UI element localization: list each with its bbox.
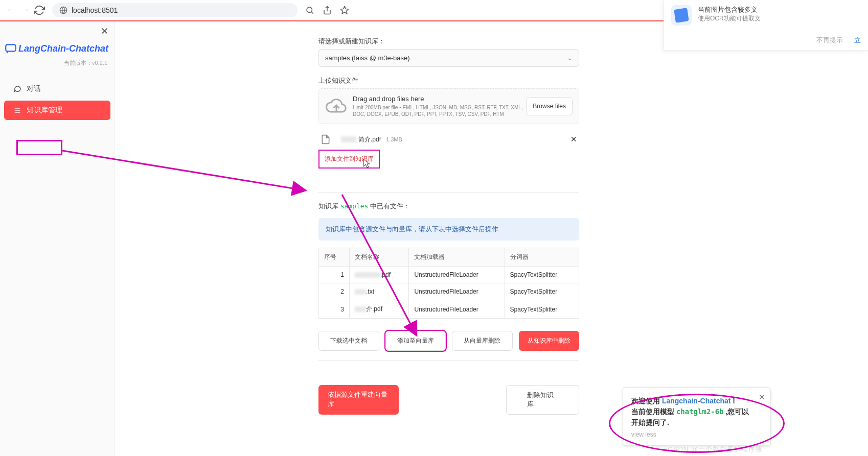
close-sidebar-button[interactable]: ✕: [101, 26, 108, 37]
select-kb-dropdown[interactable]: samples (faiss @ m3e-base) ⌄: [318, 49, 579, 67]
share-icon[interactable]: [322, 5, 332, 15]
address-bar[interactable]: localhost:8501: [52, 3, 298, 17]
download-button[interactable]: 下载选中文档: [318, 331, 379, 351]
table-row[interactable]: 2 .txt UnstructuredFileLoader SpacyTextS…: [319, 283, 579, 300]
file-dropzone[interactable]: Drag and drop files here Limit 200MB per…: [318, 88, 579, 124]
drop-title: Drag and drop files here: [353, 95, 526, 103]
rebuild-vector-button[interactable]: 依据源文件重建向量库: [318, 385, 399, 415]
uploaded-file-size: 1.3MB: [386, 136, 402, 142]
chat-logo-icon: [4, 42, 17, 55]
uploaded-file-name: 简介.pdf: [358, 135, 381, 144]
cursor-icon: [362, 158, 371, 169]
sidebar-item-chat[interactable]: 对话: [4, 79, 110, 99]
app-version: 当前版本：v0.2.1: [0, 57, 115, 77]
bottom-button-row: 依据源文件重建向量库 删除知识库: [318, 385, 579, 415]
back-button[interactable]: ←: [5, 5, 16, 16]
add-vector-button[interactable]: 添加至向量库: [385, 331, 446, 351]
divider: [318, 192, 579, 193]
uploaded-file-row: 简介.pdf 1.3MB ✕: [318, 129, 579, 150]
col-splitter: 分词器: [505, 248, 579, 267]
add-file-to-kb-button[interactable]: 添加文件到知识库: [318, 150, 380, 169]
upload-label: 上传知识文件: [318, 76, 579, 85]
sidebar: ✕ LangChain-Chatchat 当前版本：v0.2.1 对话 知识库管…: [0, 21, 115, 456]
drop-desc: Limit 200MB per file • EML, HTML, JSON, …: [353, 104, 526, 117]
col-loader: 文档加载器: [409, 248, 505, 267]
ocr-dismiss-button[interactable]: 不再提示: [816, 36, 843, 44]
remove-file-button[interactable]: ✕: [570, 135, 577, 144]
select-kb-label: 请选择或新建知识库：: [318, 37, 579, 46]
chat-icon: [13, 85, 21, 93]
app-title: LangChain-Chatchat: [18, 43, 108, 54]
browse-files-button[interactable]: Browse files: [526, 97, 573, 115]
sidebar-item-kb-label: 知识库管理: [27, 106, 62, 115]
ocr-ok-button[interactable]: 立: [854, 36, 861, 44]
star-icon[interactable]: [339, 5, 350, 15]
toast-viewless[interactable]: view less: [631, 430, 756, 439]
kb-summary: 知识库 samples 中已有文件：: [318, 202, 579, 211]
sidebar-item-chat-label: 对话: [27, 84, 41, 93]
search-icon[interactable]: [305, 5, 315, 15]
remove-from-kb-button[interactable]: 从知识库中删除: [519, 331, 580, 351]
kb-file-table[interactable]: 序号 文档名称 文档加载器 分词器 1 .pdf UnstructuredFil…: [318, 248, 579, 319]
sidebar-item-kb[interactable]: 知识库管理: [4, 101, 110, 120]
action-button-row: 下载选中文档 添加至向量库 从向量库删除 从知识库中删除: [318, 331, 579, 351]
url-text: localhost:8501: [72, 6, 290, 14]
reload-button[interactable]: [34, 5, 45, 16]
svg-point-1: [307, 7, 312, 13]
toast-close-button[interactable]: ✕: [759, 392, 765, 403]
app-logo: LangChain-Chatchat: [0, 27, 115, 57]
chevron-down-icon: ⌄: [567, 54, 573, 62]
select-kb-value: samples (faiss @ m3e-base): [325, 54, 410, 62]
globe-icon: [59, 6, 67, 14]
cloud-upload-icon: [325, 95, 348, 117]
list-icon: [13, 106, 21, 114]
ocr-notif-icon: [671, 5, 692, 26]
delete-kb-button[interactable]: 删除知识库: [506, 385, 579, 415]
file-name-blur: [341, 136, 356, 142]
table-row[interactable]: 3 介.pdf UnstructuredFileLoader SpacyText…: [319, 300, 579, 319]
csdn-watermark: CSDN @一个处女座的程序猿: [668, 445, 763, 454]
svg-marker-2: [341, 6, 349, 13]
divider: [318, 360, 579, 361]
info-box: 知识库中包含源文件与向量库，请从下表中选择文件后操作: [318, 218, 579, 241]
col-filename: 文档名称: [350, 248, 409, 267]
file-icon: [321, 134, 331, 145]
table-row[interactable]: 1 .pdf UnstructuredFileLoader SpacyTextS…: [319, 267, 579, 283]
welcome-toast: ✕ 欢迎使用 Langchain-Chatchat ! 当前使用模型 chatg…: [623, 387, 771, 446]
ocr-notification: 当前图片包含较多文 使用OCR功能可提取文 不再提示 立: [664, 0, 868, 51]
forward-button[interactable]: →: [19, 5, 31, 16]
remove-vector-button[interactable]: 从向量库删除: [452, 331, 513, 351]
col-index: 序号: [319, 248, 350, 267]
